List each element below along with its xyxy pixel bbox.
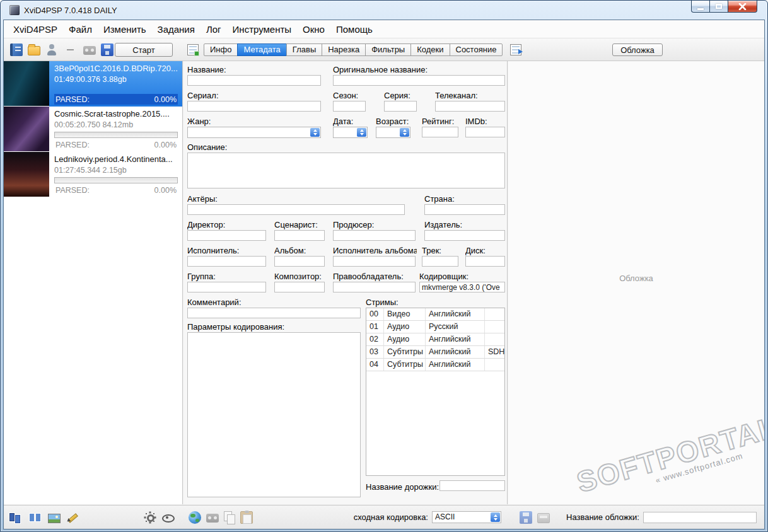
task-item[interactable]: Cosmic.Scrat-tastrophe.2015.... 00:05:20…	[4, 107, 182, 152]
genre-label: Жанр:	[187, 117, 211, 126]
composer-input[interactable]	[274, 282, 325, 292]
cover-name-input[interactable]	[643, 512, 757, 523]
titlebar[interactable]: XviD4PSP 7.0.418 DAILY	[3, 1, 765, 20]
tab-cutting[interactable]: Нарезка	[322, 43, 366, 56]
stream-extra	[485, 321, 504, 333]
bottom-bar: сходная кодировка: ASCII Название обложк…	[4, 505, 764, 529]
artist-label: Исполнитель:	[187, 246, 239, 255]
track-input[interactable]	[422, 256, 458, 267]
start-button[interactable]: Старт	[115, 43, 173, 57]
age-label: Возраст:	[376, 117, 409, 126]
publisher-input[interactable]	[424, 230, 505, 241]
stream-row[interactable]: 02 Аудио Английский	[366, 333, 504, 346]
user-profile-icon[interactable]	[45, 43, 58, 56]
tab-metadata[interactable]: Метадата	[237, 43, 286, 56]
combo-arrows-icon[interactable]	[357, 128, 366, 137]
actors-input[interactable]	[187, 204, 405, 215]
menu-file[interactable]: Файл	[63, 20, 98, 38]
serial-input[interactable]	[187, 101, 321, 112]
dash-icon	[67, 43, 74, 56]
group-input[interactable]	[187, 282, 266, 292]
open-folder-icon[interactable]	[28, 46, 40, 55]
eye-icon[interactable]	[161, 511, 174, 524]
disc-input[interactable]	[465, 256, 505, 267]
stream-row[interactable]: 03 Субтитры Английский SDH	[366, 346, 504, 359]
date-combo[interactable]	[333, 127, 368, 138]
menu-log[interactable]: Лог	[201, 20, 227, 38]
minimize-button[interactable]	[691, 1, 709, 13]
director-input[interactable]	[187, 230, 266, 241]
menu-xvid4psp[interactable]: XviD4PSP	[8, 20, 63, 38]
cover-button[interactable]: Обложка	[612, 43, 663, 56]
director-label: Директор:	[187, 220, 225, 229]
title-label: Название:	[187, 65, 226, 74]
task-item[interactable]: 3BeP0pol1C.2016.D.BDRip.720... 01:49:00.…	[4, 61, 182, 107]
tape-icon[interactable]	[206, 514, 219, 523]
age-combo[interactable]	[376, 127, 410, 138]
combo-arrows-icon[interactable]	[310, 128, 320, 137]
new-task-icon[interactable]	[10, 43, 23, 56]
genre-combo[interactable]	[187, 127, 321, 138]
encoding-combo[interactable]: ASCII	[432, 511, 501, 523]
save-icon[interactable]	[101, 43, 113, 56]
menu-window[interactable]: Окно	[297, 20, 330, 38]
original-title-label: Оригинальное название:	[333, 65, 428, 74]
task-parsed-row: PARSED: 0.00%	[54, 139, 178, 150]
encoding-params-textarea[interactable]	[187, 332, 361, 497]
description-textarea[interactable]	[187, 153, 505, 188]
join-clips-icon[interactable]	[9, 511, 23, 524]
copy-icon[interactable]	[224, 511, 235, 524]
stream-lang: Английский	[426, 308, 485, 320]
combo-arrows-icon[interactable]	[400, 128, 409, 137]
episode-input[interactable]	[384, 101, 417, 112]
menu-edit[interactable]: Изменить	[98, 20, 152, 38]
original-title-input[interactable]	[333, 75, 505, 86]
paste-icon[interactable]	[240, 511, 253, 524]
country-input[interactable]	[424, 204, 505, 215]
season-input[interactable]	[333, 101, 366, 112]
menu-help[interactable]: Помощь	[330, 20, 378, 38]
tab-status[interactable]: Состояние	[450, 43, 503, 56]
artist-input[interactable]	[187, 256, 266, 267]
imdb-input[interactable]	[465, 127, 505, 137]
tab-info[interactable]: Инфо	[204, 43, 238, 56]
save-cover-icon[interactable]	[520, 511, 532, 524]
maximize-icon	[716, 4, 722, 9]
tab-codecs[interactable]: Кодеки	[410, 43, 450, 56]
album-artist-input[interactable]	[333, 256, 416, 267]
menu-tools[interactable]: Инструменты	[227, 20, 298, 38]
stream-num: 03	[366, 346, 384, 358]
imdb-label: IMDb:	[465, 117, 487, 126]
encoder-label: Кодировщик:	[419, 272, 468, 281]
tab-chapters[interactable]: Главы	[286, 43, 322, 56]
comment-input[interactable]	[187, 308, 361, 318]
stream-extra: SDH	[485, 346, 504, 358]
pencil-icon[interactable]	[67, 511, 79, 524]
menu-tasks[interactable]: Задания	[152, 20, 201, 38]
tape-icon[interactable]	[83, 46, 96, 55]
track-name-input[interactable]	[439, 480, 505, 491]
rating-input[interactable]	[422, 127, 458, 137]
screenwriter-input[interactable]	[274, 230, 325, 241]
close-button[interactable]	[728, 1, 757, 13]
producer-input[interactable]	[333, 230, 416, 241]
task-item[interactable]: Lednikoviy.period.4.Kontinenta... 01:27:…	[4, 152, 182, 197]
maximize-button[interactable]	[709, 1, 728, 13]
stream-row[interactable]: 04 Субтитры Английский	[366, 359, 504, 371]
channel-input[interactable]	[435, 101, 505, 112]
gear-icon[interactable]	[144, 511, 156, 524]
image-icon[interactable]	[48, 514, 61, 523]
stream-row[interactable]: 00 Видео Английский	[366, 308, 504, 321]
stream-row[interactable]: 01 Аудио Русский	[366, 321, 504, 333]
split-clips-icon[interactable]	[29, 511, 42, 524]
album-input[interactable]	[274, 256, 325, 267]
eject-icon[interactable]	[537, 513, 550, 523]
toolbar: Старт Инфо Метадата Главы Нарезка Фильтр…	[4, 38, 764, 61]
load-metadata-icon[interactable]	[187, 44, 199, 55]
title-input[interactable]	[187, 75, 321, 86]
combo-arrows-icon[interactable]	[491, 512, 500, 522]
tab-filters[interactable]: Фильтры	[365, 43, 411, 56]
encoder-input[interactable]	[419, 282, 505, 292]
globe-icon[interactable]	[189, 511, 201, 524]
copyright-input[interactable]	[333, 282, 416, 292]
